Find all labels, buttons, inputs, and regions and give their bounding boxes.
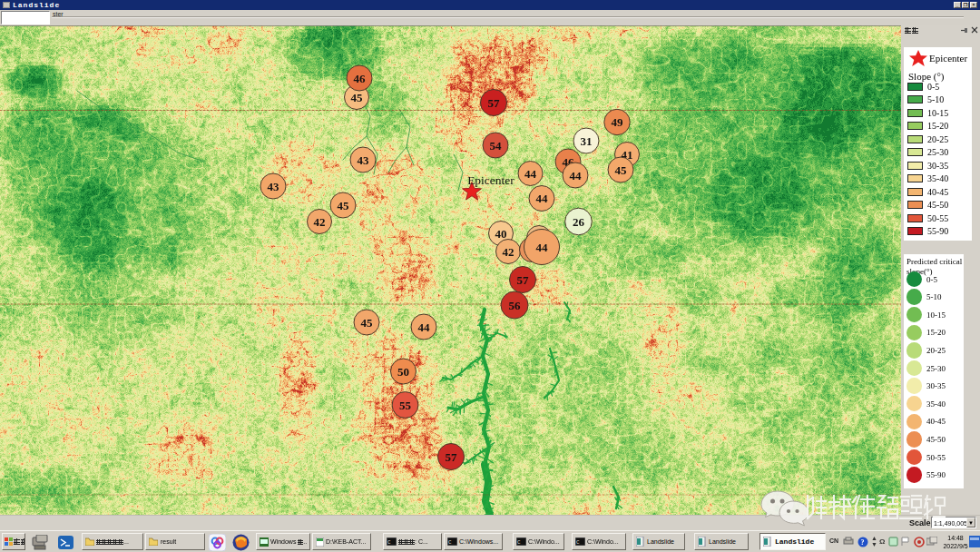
svg-text:50: 50 — [397, 365, 409, 379]
svg-text:44: 44 — [536, 241, 549, 254]
svg-text:43: 43 — [358, 153, 370, 167]
svg-text:C: C — [517, 539, 521, 546]
svg-text:44: 44 — [570, 169, 583, 182]
svg-text:C: C — [448, 539, 452, 546]
svg-text:49: 49 — [612, 115, 624, 129]
svg-text:46: 46 — [354, 72, 367, 85]
svg-text:45: 45 — [361, 316, 374, 330]
svg-text:C: C — [576, 539, 580, 546]
svg-text:42: 42 — [314, 215, 326, 229]
svg-text:45: 45 — [615, 163, 628, 177]
svg-text:44: 44 — [524, 167, 537, 181]
svg-text:31: 31 — [581, 134, 593, 148]
svg-text:57: 57 — [488, 96, 501, 110]
svg-text:40: 40 — [495, 227, 507, 241]
svg-text:55: 55 — [399, 399, 412, 412]
svg-text:57: 57 — [446, 450, 458, 464]
svg-text:?: ? — [860, 538, 864, 547]
svg-text:45: 45 — [351, 91, 364, 104]
svg-text:54: 54 — [490, 139, 503, 153]
svg-text:26: 26 — [573, 215, 585, 229]
svg-text:C: C — [387, 539, 391, 546]
svg-text:42: 42 — [503, 245, 514, 259]
svg-text:57: 57 — [517, 273, 530, 287]
svg-text:Epicenter: Epicenter — [467, 173, 514, 187]
svg-text:44: 44 — [418, 320, 431, 334]
svg-text:43: 43 — [268, 180, 280, 193]
svg-text:45: 45 — [338, 199, 350, 212]
svg-text:44: 44 — [536, 192, 549, 205]
svg-text:56: 56 — [509, 299, 522, 312]
